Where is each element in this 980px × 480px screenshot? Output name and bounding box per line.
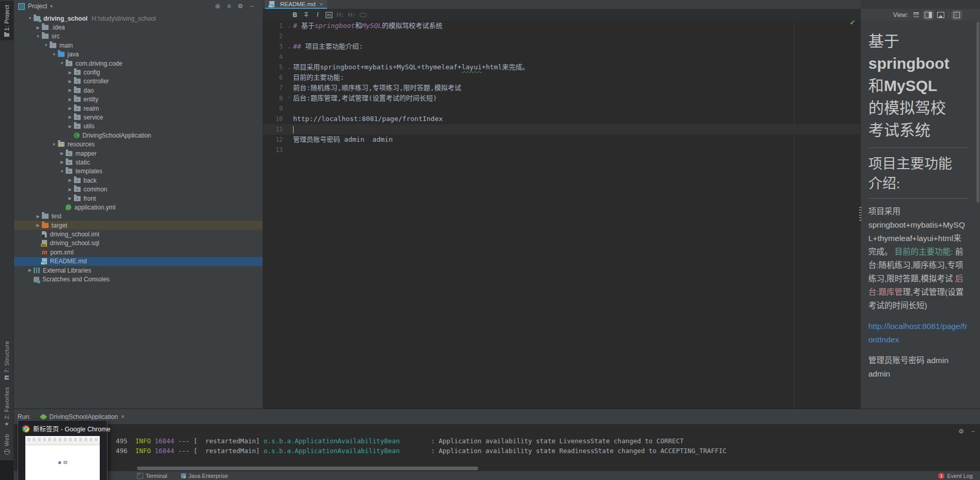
editor-code-area[interactable]: 1 ⌄ # 基于springboot和MySQL的模拟驾校考试系统 2 3 ⌄ … [263,21,861,409]
chevron-right-icon[interactable]: ▶ [26,268,34,273]
editor-line-9[interactable]: 9 [263,103,861,114]
editor-line-2[interactable]: 2 [263,31,861,41]
editor-line-5[interactable]: 5 ⌄ 项目采用springboot+mybatis+MySQL+thymele… [263,62,861,72]
tree-item-back[interactable]: ▶ back [14,176,263,185]
editor-line-10[interactable]: 10 http://localhost:8081/page/frontIndex [263,114,861,124]
locate-icon[interactable]: ⊕ [212,3,223,10]
close-run-tab-icon[interactable]: × [121,413,125,421]
tree-item-drivingschoolapplication[interactable]: DrivingSchoolApplication [14,131,263,140]
chevron-right-icon[interactable]: ▶ [67,196,74,201]
editor-line-1[interactable]: 1 ⌄ # 基于springboot和MySQL的模拟驾校考试系统 [263,21,861,31]
chevron-right-icon[interactable]: ▶ [35,25,42,30]
chevron-right-icon[interactable]: ▶ [67,178,74,183]
tree-item-resources[interactable]: ▼ resources [14,140,263,148]
tree-item-controller[interactable]: ▶ controller [14,77,263,86]
tree-item-idea[interactable]: ▶ .idea [14,23,263,32]
tree-item-utils[interactable]: ▶ utils [14,122,263,131]
chevron-right-icon[interactable]: ▶ [35,214,42,219]
tree-item-java[interactable]: ▼ java [14,50,263,59]
editor-line-13[interactable]: 13 [263,145,861,155]
tree-item-target[interactable]: ▶ target [14,221,263,230]
sidebar-item-2-favorites[interactable]: 2: Favorites ★ [0,383,13,430]
strikethrough-icon[interactable]: T [301,10,311,19]
tree-item-pom-xml[interactable]: pom.xml [14,248,263,257]
header-up-icon[interactable]: H↑ [347,10,357,19]
editor-line-12[interactable]: 12 管理员账号密码 admin admin [263,134,861,145]
project-view-title[interactable]: Project [28,3,47,10]
code-span-icon[interactable]: m [324,10,334,19]
tree-item-service[interactable]: ▶ service [14,113,263,122]
sidebar-item-7-structure[interactable]: 7: Structure [0,337,13,383]
tree-item-readme-md[interactable]: README.md [14,257,263,266]
header-down-icon[interactable]: H↓ [335,10,345,19]
tool-window-button-terminal[interactable]: Terminal [137,473,167,479]
sidebar-item-project[interactable]: 1: Project [0,1,13,40]
bold-icon[interactable]: B [290,10,300,19]
tree-item-front[interactable]: ▶ front [14,194,263,203]
chrome-window-thumbnail[interactable] [25,436,100,480]
tree-item-driving-school-iml[interactable]: driving_school.iml [14,230,263,238]
chevron-right-icon[interactable]: ▶ [67,70,74,75]
fold-marker-icon[interactable]: ⌄ [285,41,293,52]
tree-item-src[interactable]: ▼ src [14,32,263,41]
tree-item-com-driving-code[interactable]: ▼ com.driving.code [14,59,263,68]
italic-icon[interactable]: I [313,10,323,19]
chevron-right-icon[interactable]: ▶ [67,187,74,192]
chevron-right-icon[interactable]: ▶ [67,88,74,93]
chevron-right-icon[interactable]: ▶ [35,223,42,228]
tree-item-driving-school-sql[interactable]: driving_school.sql [14,239,263,248]
run-hide-icon[interactable]: − [971,428,975,435]
chevron-down-icon[interactable]: ▼ [26,16,34,21]
tree-item-driving-school[interactable]: ▼ driving_school H:\study\driving_school [14,14,263,23]
run-settings-gear-icon[interactable]: ⚙ [958,428,964,435]
chevron-down-icon[interactable]: ▼ [42,43,50,48]
chevron-down-icon[interactable]: ▼ [51,142,58,147]
editor-line-8[interactable]: 8 ⌃ 后台:题库管理,考试管理(设置考试的时间长短) [263,93,861,103]
fold-marker-icon[interactable]: ⌄ [285,21,293,31]
tree-item-static[interactable]: ▶ static [14,158,263,167]
sidebar-item-web[interactable]: Web [0,430,13,458]
link-icon[interactable] [358,10,368,19]
splitter-handle-icon[interactable] [859,207,862,222]
preview-link[interactable]: http://localhost:8081/page/frontIndex [868,322,967,344]
fold-marker-icon[interactable]: ⌃ [285,93,293,103]
tree-item-test[interactable]: ▶ test [14,212,263,221]
editor-line-11[interactable]: 11 [263,124,861,134]
tree-item-application-yml[interactable]: application.yml [14,203,263,212]
settings-gear-icon[interactable]: ⚙ [235,3,246,10]
fold-marker-icon[interactable]: ⌄ [285,62,293,72]
tree-item-mapper[interactable]: ▶ mapper [14,149,263,158]
preview-scrollbar[interactable] [976,21,980,409]
chevron-right-icon[interactable]: ▶ [67,124,74,129]
editor-line-4[interactable]: 4 [263,52,861,62]
view-editor-and-preview-icon[interactable] [924,11,933,19]
chevron-down-icon[interactable]: ▼ [58,61,66,66]
tree-item-entity[interactable]: ▶ entity [14,95,263,104]
chevron-down-icon[interactable]: ▾ [50,4,53,9]
tree-item-config[interactable]: ▶ config [14,68,263,77]
editor-line-7[interactable]: 7 前台:随机练习,顺序练习,专项练习,限时答题,模拟考试 [263,83,861,93]
hide-panel-icon[interactable]: − [246,3,257,10]
inspections-ok-check-icon[interactable]: ✔ [850,19,855,26]
chevron-down-icon[interactable]: ▼ [35,34,42,39]
event-log-button[interactable]: 1 Event Log [938,473,973,479]
chevron-right-icon[interactable]: ▶ [58,160,66,164]
view-editor-only-icon[interactable] [911,11,921,19]
auto-scroll-preview-icon[interactable] [952,11,961,19]
tree-item-main[interactable]: ▼ main [14,41,263,50]
editor-line-6[interactable]: 6 目前的主要功能: [263,72,861,83]
tree-item-templates[interactable]: ▼ templates [14,167,263,176]
tree-item-realm[interactable]: ▶ realm [14,104,263,113]
chevron-right-icon[interactable]: ▶ [67,106,74,111]
chevron-right-icon[interactable]: ▶ [58,151,66,156]
tree-item-scratches-and-consoles[interactable]: Scratches and Consoles [14,275,263,283]
tree-item-external-libraries[interactable]: ▶ External Libraries [14,266,263,275]
tab-readme-md[interactable]: README.md × [265,0,327,9]
chevron-down-icon[interactable]: ▼ [58,169,66,174]
chevron-down-icon[interactable]: ▼ [51,52,58,57]
view-preview-only-icon[interactable] [936,11,945,19]
chevron-right-icon[interactable]: ▶ [67,115,74,119]
tool-window-button-java-enterprise[interactable]: Java Enterprise [181,473,228,479]
editor-line-3[interactable]: 3 ⌄ ## 项目主要功能介绍: [263,41,861,52]
tree-item-dao[interactable]: ▶ dao [14,86,263,95]
